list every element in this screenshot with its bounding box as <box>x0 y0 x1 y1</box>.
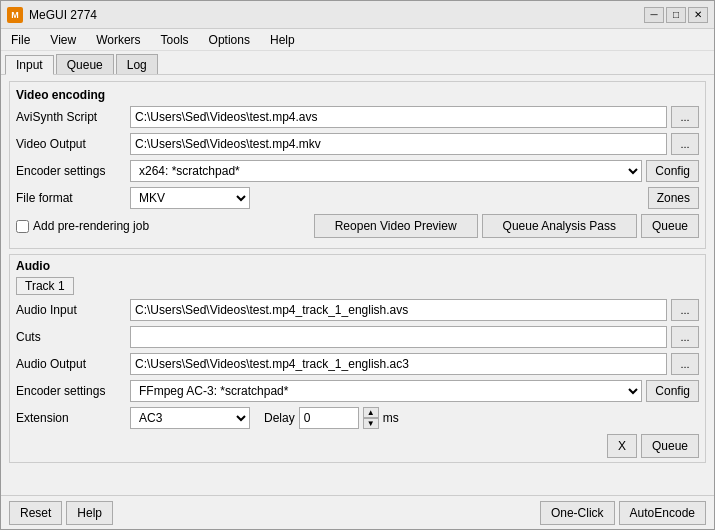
audio-queue-button[interactable]: Queue <box>641 434 699 458</box>
video-output-input[interactable] <box>130 133 667 155</box>
audio-actions-row: X Queue <box>16 434 699 458</box>
close-button[interactable]: ✕ <box>688 7 708 23</box>
video-queue-button[interactable]: Queue <box>641 214 699 238</box>
tab-queue[interactable]: Queue <box>56 54 114 74</box>
app-icon: M <box>7 7 23 23</box>
menu-view[interactable]: View <box>44 31 82 49</box>
audio-section: Audio Track 1 Audio Input ... Cuts ... A… <box>9 254 706 463</box>
audio-output-input[interactable] <box>130 353 667 375</box>
video-encoding-label: Video encoding <box>16 88 699 102</box>
file-format-select[interactable]: MKV <box>130 187 250 209</box>
cuts-input[interactable] <box>130 326 667 348</box>
audio-output-browse-button[interactable]: ... <box>671 353 699 375</box>
file-format-label: File format <box>16 191 126 205</box>
audio-config-button[interactable]: Config <box>646 380 699 402</box>
encoder-settings-label: Encoder settings <box>16 164 126 178</box>
audio-input-field[interactable] <box>130 299 667 321</box>
menu-bar: File View Workers Tools Options Help <box>1 29 714 51</box>
file-format-row: File format MKV Zones <box>16 187 699 209</box>
pre-rendering-checkbox-row: Add pre-rendering job <box>16 219 149 233</box>
tab-input[interactable]: Input <box>5 55 54 75</box>
window-title: MeGUI 2774 <box>29 8 97 22</box>
cuts-browse-button[interactable]: ... <box>671 326 699 348</box>
one-click-button[interactable]: One-Click <box>540 501 615 525</box>
audio-output-row: Audio Output ... <box>16 353 699 375</box>
minimize-button[interactable]: ─ <box>644 7 664 23</box>
encoder-config-button[interactable]: Config <box>646 160 699 182</box>
extension-label: Extension <box>16 411 126 425</box>
add-pre-rendering-label: Add pre-rendering job <box>33 219 149 233</box>
reopen-preview-button[interactable]: Reopen Video Preview <box>314 214 478 238</box>
avisynth-label: AviSynth Script <box>16 110 126 124</box>
menu-file[interactable]: File <box>5 31 36 49</box>
maximize-button[interactable]: □ <box>666 7 686 23</box>
title-bar: M MeGUI 2774 ─ □ ✕ <box>1 1 714 29</box>
main-content: Video encoding AviSynth Script ... Video… <box>1 75 714 495</box>
audio-label: Audio <box>16 259 699 273</box>
tabs-bar: Input Queue Log <box>1 51 714 75</box>
video-encoding-section: Video encoding AviSynth Script ... Video… <box>9 81 706 249</box>
audio-input-browse-button[interactable]: ... <box>671 299 699 321</box>
reset-button[interactable]: Reset <box>9 501 62 525</box>
video-output-row: Video Output ... <box>16 133 699 155</box>
delay-spinner[interactable]: ▲ ▼ <box>363 407 379 429</box>
audio-input-row: Audio Input ... <box>16 299 699 321</box>
add-pre-rendering-checkbox[interactable] <box>16 220 29 233</box>
cuts-row: Cuts ... <box>16 326 699 348</box>
avisynth-input[interactable] <box>130 106 667 128</box>
audio-encoder-row: Encoder settings FFmpeg AC-3: *scratchpa… <box>16 380 699 402</box>
menu-help[interactable]: Help <box>264 31 301 49</box>
menu-tools[interactable]: Tools <box>155 31 195 49</box>
menu-options[interactable]: Options <box>203 31 256 49</box>
audio-encoder-select[interactable]: FFmpeg AC-3: *scratchpad* <box>130 380 642 402</box>
avisynth-row: AviSynth Script ... <box>16 106 699 128</box>
queue-analysis-button[interactable]: Queue Analysis Pass <box>482 214 637 238</box>
video-output-label: Video Output <box>16 137 126 151</box>
cuts-label: Cuts <box>16 330 126 344</box>
video-output-browse-button[interactable]: ... <box>671 133 699 155</box>
avisynth-browse-button[interactable]: ... <box>671 106 699 128</box>
audio-encoder-label: Encoder settings <box>16 384 126 398</box>
delay-unit: ms <box>383 411 399 425</box>
extension-delay-row: Extension AC3 Delay ▲ ▼ ms <box>16 407 699 429</box>
track-tab[interactable]: Track 1 <box>16 277 74 295</box>
audio-output-label: Audio Output <box>16 357 126 371</box>
delay-up-button[interactable]: ▲ <box>363 407 379 418</box>
zones-button[interactable]: Zones <box>648 187 699 209</box>
delay-down-button[interactable]: ▼ <box>363 418 379 429</box>
bottom-bar: Reset Help One-Click AutoEncode <box>1 495 714 529</box>
menu-workers[interactable]: Workers <box>90 31 146 49</box>
main-window: M MeGUI 2774 ─ □ ✕ File View Workers Too… <box>0 0 715 530</box>
tab-log[interactable]: Log <box>116 54 158 74</box>
extension-select[interactable]: AC3 <box>130 407 250 429</box>
encoder-settings-row: Encoder settings x264: *scratchpad* Conf… <box>16 160 699 182</box>
help-button[interactable]: Help <box>66 501 113 525</box>
x-button[interactable]: X <box>607 434 637 458</box>
audio-input-label: Audio Input <box>16 303 126 317</box>
encoder-settings-select[interactable]: x264: *scratchpad* <box>130 160 642 182</box>
delay-label: Delay <box>264 411 295 425</box>
delay-input[interactable] <box>299 407 359 429</box>
auto-encode-button[interactable]: AutoEncode <box>619 501 706 525</box>
actions-row: Add pre-rendering job Reopen Video Previ… <box>16 214 699 238</box>
